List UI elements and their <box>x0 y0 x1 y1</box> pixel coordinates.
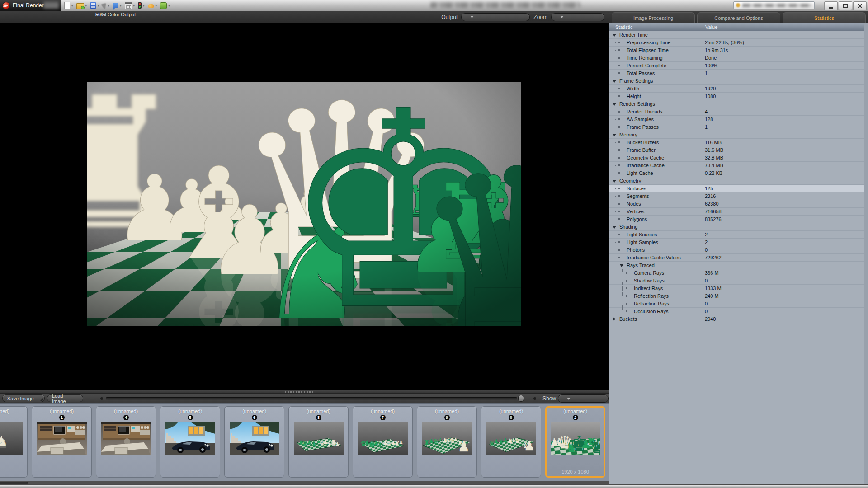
new-document-button[interactable]: ▾ <box>64 2 73 9</box>
open-folder-button[interactable]: ▾ <box>76 2 87 9</box>
icon-dropdown-arrow[interactable]: ▾ <box>85 4 87 7</box>
zoom-dropdown[interactable]: 50% <box>551 13 604 21</box>
stats-row-light-samples[interactable]: Light Samples2 <box>609 239 868 246</box>
history-slider[interactable] <box>106 397 517 400</box>
horizontal-splitter[interactable] <box>0 390 609 393</box>
load-image-button[interactable]: Load Image <box>47 394 83 402</box>
thumbnail-card-6[interactable]: (unnamed)6 <box>224 406 284 478</box>
environment-button[interactable]: ▾ <box>160 2 170 9</box>
show-dropdown[interactable]: All <box>558 394 609 403</box>
stats-row-refraction-rays[interactable]: Refraction Rays0 <box>609 300 868 308</box>
stats-row-geometry[interactable]: Geometry <box>609 177 868 185</box>
icon-dropdown-arrow[interactable]: ▾ <box>168 4 170 7</box>
expand-arrow-icon[interactable] <box>613 317 616 321</box>
icon-dropdown-arrow[interactable]: ▾ <box>120 4 122 7</box>
search-box[interactable] <box>733 1 815 9</box>
stats-row-light-sources[interactable]: Light Sources2 <box>609 231 868 239</box>
maximize-icon <box>843 4 848 8</box>
stats-row-rays-traced[interactable]: Rays Traced <box>609 262 868 269</box>
column-header-statistic[interactable]: Statistic <box>609 23 702 31</box>
stats-row-render-time[interactable]: Render Time <box>609 31 868 39</box>
icon-dropdown-arrow[interactable]: ▾ <box>156 4 157 7</box>
stats-row-polygons[interactable]: Polygons835276 <box>609 216 868 223</box>
maximize-button[interactable] <box>839 1 852 10</box>
collapse-arrow-icon[interactable] <box>613 180 616 183</box>
stats-row-frame-settings[interactable]: Frame Settings <box>609 77 868 85</box>
collapse-arrow-icon[interactable] <box>613 80 616 83</box>
stats-row-shadow-rays[interactable]: Shadow Rays0 <box>609 277 868 285</box>
stats-row-total-passes[interactable]: Total Passes1 <box>609 70 868 77</box>
icon-dropdown-arrow[interactable]: ▾ <box>108 4 110 7</box>
stats-row-light-cache[interactable]: Light Cache0.22 KB <box>609 169 868 177</box>
annotate-button[interactable]: ▾ <box>113 3 122 8</box>
stats-row-camera-rays[interactable]: Camera Rays366 M <box>609 269 868 277</box>
vertical-scrollbar[interactable] <box>864 23 868 488</box>
output-dropdown[interactable]: Final Color Output <box>461 13 530 21</box>
stats-row-shading[interactable]: Shading <box>609 223 868 231</box>
column-header-value[interactable]: Value <box>702 23 868 31</box>
thumbnail-label: (unnamed) <box>32 408 91 414</box>
stats-row-segments[interactable]: Segments2316 <box>609 192 868 200</box>
icon-dropdown-arrow[interactable]: ▾ <box>71 4 73 7</box>
stats-row-irradiance-cache[interactable]: Irradiance Cache73.4 MB <box>609 162 868 169</box>
stats-row-aa-samples[interactable]: AA Samples128 <box>609 116 868 123</box>
stats-row-geometry-cache[interactable]: Geometry Cache32.8 MB <box>609 154 868 162</box>
tab-compare-and-options[interactable]: Compare and Options <box>697 12 780 23</box>
stats-row-vertices[interactable]: Vertices716658 <box>609 208 868 216</box>
material-button[interactable]: ▾ <box>148 3 157 8</box>
stats-row-buckets[interactable]: Buckets2040 <box>609 315 868 323</box>
history-slider-thumb[interactable] <box>518 395 524 402</box>
stats-row-total-elapsed-time[interactable]: Total Elapsed Time1h 9m 31s <box>609 47 868 54</box>
tab-statistics[interactable]: Statistics <box>783 12 866 23</box>
stats-row-time-remaining[interactable]: Time RemainingDone <box>609 54 868 62</box>
render-viewport[interactable]: ♜♟♟♟♝♝♟♟♟♟♟♟♜♛♛♞♞♚♚♟♟♜♜♝♟♟♛♛ <box>0 23 609 390</box>
thumbnail-card-0[interactable]: (unnamed)0 ♛♟♜♟♟♝♛♝♟♟ <box>481 406 541 478</box>
icon-dropdown-arrow[interactable]: ▾ <box>98 4 99 7</box>
tab-image-processing[interactable]: Image Processing <box>612 12 695 23</box>
render-dialog-button[interactable]: ▾ <box>125 2 135 9</box>
tree-node-icon <box>618 234 620 235</box>
stats-row-indirect-rays[interactable]: Indirect Rays1333 M <box>609 285 868 292</box>
collapse-arrow-icon[interactable] <box>613 134 616 136</box>
thumbnail-card-edge[interactable]: (unnamed) ♟♟♟♝♞♞ <box>0 406 28 478</box>
save-icon <box>90 2 96 9</box>
pointer-button[interactable]: ▾ <box>103 3 110 8</box>
thumbnail-card-2[interactable]: (unnamed)2 ♟♝♛♞♚♟♜♛868 x 488 <box>545 406 605 478</box>
thumbnail-badge: 8 <box>316 415 321 420</box>
thumbnail-card-5[interactable]: (unnamed)5 <box>160 406 220 478</box>
stats-row-frame-buffer[interactable]: Frame Buffer31.6 MB <box>609 146 868 154</box>
stats-row-nodes[interactable]: Nodes62380 <box>609 200 868 208</box>
thumbnail-card-4[interactable]: (unnamed)4 <box>96 406 156 478</box>
stats-row-photons[interactable]: Photons0 <box>609 246 868 254</box>
stats-row-height[interactable]: Height1080 <box>609 93 868 100</box>
collapse-arrow-icon[interactable] <box>613 226 616 229</box>
stats-row-frame-passes[interactable]: Frame Passes1 <box>609 123 868 131</box>
stats-row-reflection-rays[interactable]: Reflection Rays240 M <box>609 292 868 300</box>
stats-row-render-threads[interactable]: Render Threads4 <box>609 108 868 116</box>
thumbnail-card-8[interactable]: (unnamed)8 ♜♛♟♝♟♛♟♝♜♟ <box>288 406 349 478</box>
traffic-light-button[interactable]: ▾ <box>138 2 145 9</box>
thumbnail-card-7[interactable]: (unnamed)7 ♛♜♚♟♝♟♛♟♜♟ <box>353 406 413 478</box>
stats-row-memory[interactable]: Memory <box>609 131 868 139</box>
icon-dropdown-arrow[interactable]: ▾ <box>143 4 145 7</box>
stats-row-occlusion-rays[interactable]: Occlusion Rays0 <box>609 308 868 315</box>
thumbnail-card-1[interactable]: (unnamed)1 <box>32 406 92 478</box>
stats-row-render-settings[interactable]: Render Settings <box>609 100 868 108</box>
thumbnail-card-9[interactable]: (unnamed)9 ♜♟♛♝♟♝♛♟♜♟♟ <box>417 406 477 478</box>
stats-row-surfaces[interactable]: Surfaces125 <box>609 185 868 192</box>
window-bottom-edge <box>0 484 868 488</box>
collapse-arrow-icon[interactable] <box>620 264 623 267</box>
stats-row-bucket-buffers[interactable]: Bucket Buffers116 MB <box>609 139 868 146</box>
stats-row-preprocessing-time[interactable]: Preprocessing Time25m 22.8s, (36%) <box>609 39 868 47</box>
close-button[interactable] <box>853 1 867 10</box>
collapse-arrow-icon[interactable] <box>613 34 616 37</box>
collapse-arrow-icon[interactable] <box>613 103 616 106</box>
save-button[interactable]: ▾ <box>90 2 99 9</box>
stat-value: 62380 <box>705 200 719 207</box>
stats-row-percent-complete[interactable]: Percent Complete100% <box>609 62 868 70</box>
stats-row-irradiance-cache-values[interactable]: Irradiance Cache Values729262 <box>609 254 868 262</box>
save-image-button[interactable]: Save Image <box>2 394 45 402</box>
icon-dropdown-arrow[interactable]: ▾ <box>133 4 135 7</box>
stats-row-width[interactable]: Width1920 <box>609 85 868 93</box>
minimize-button[interactable] <box>824 1 838 10</box>
